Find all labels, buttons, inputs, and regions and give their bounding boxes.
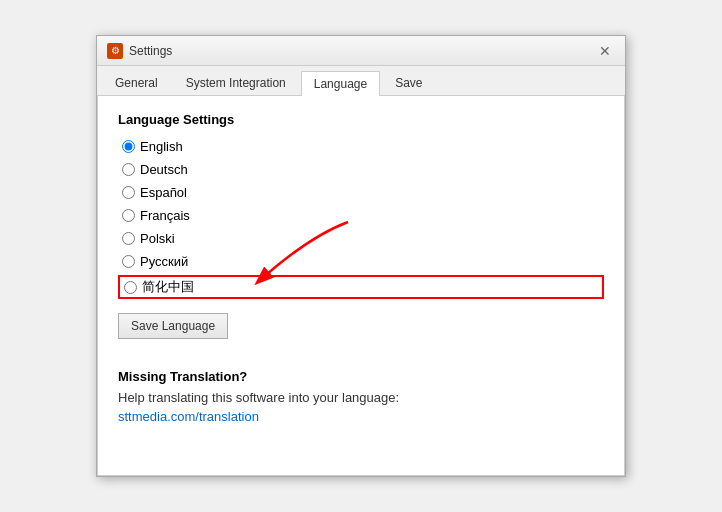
language-radio-group: English Deutsch Español Français Polski	[118, 137, 604, 299]
title-bar-left: ⚙ Settings	[107, 43, 172, 59]
language-polski-label: Polski	[140, 231, 175, 246]
language-english[interactable]: English	[118, 137, 604, 156]
language-chinese[interactable]: 简化中国	[118, 275, 604, 299]
tab-general[interactable]: General	[102, 70, 171, 95]
language-chinese-label: 简化中国	[142, 278, 194, 296]
language-deutsch-label: Deutsch	[140, 162, 188, 177]
missing-description: Help translating this software into your…	[118, 390, 604, 405]
section-title: Language Settings	[118, 112, 604, 127]
window-title: Settings	[129, 44, 172, 58]
language-espanol[interactable]: Español	[118, 183, 604, 202]
title-bar: ⚙ Settings ✕	[97, 36, 625, 66]
close-button[interactable]: ✕	[595, 41, 615, 61]
language-polski[interactable]: Polski	[118, 229, 604, 248]
language-russian[interactable]: Русский	[118, 252, 604, 271]
language-francais[interactable]: Français	[118, 206, 604, 225]
tab-save[interactable]: Save	[382, 70, 435, 95]
language-francais-label: Français	[140, 208, 190, 223]
language-english-label: English	[140, 139, 183, 154]
missing-title: Missing Translation?	[118, 369, 604, 384]
settings-window: ⚙ Settings ✕ General System Integration …	[96, 35, 626, 477]
tab-bar: General System Integration Language Save	[97, 66, 625, 96]
save-language-button[interactable]: Save Language	[118, 313, 228, 339]
language-espanol-label: Español	[140, 185, 187, 200]
language-russian-label: Русский	[140, 254, 188, 269]
tab-system-integration[interactable]: System Integration	[173, 70, 299, 95]
translation-link[interactable]: sttmedia.com/translation	[118, 409, 259, 424]
tab-language[interactable]: Language	[301, 71, 380, 96]
radio-group-wrapper: English Deutsch Español Français Polski	[118, 137, 604, 299]
content-area: Language Settings English Deutsch Españo…	[97, 96, 625, 476]
missing-translation-section: Missing Translation? Help translating th…	[118, 369, 604, 424]
settings-icon: ⚙	[107, 43, 123, 59]
language-deutsch[interactable]: Deutsch	[118, 160, 604, 179]
